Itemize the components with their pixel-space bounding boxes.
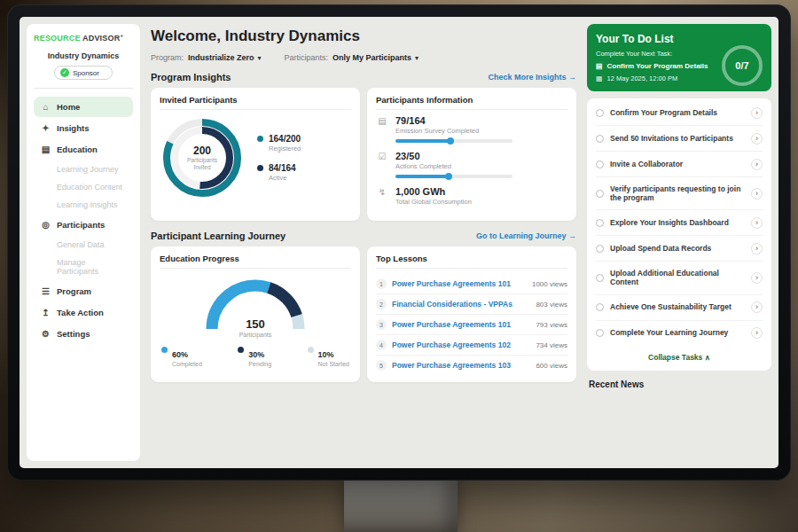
- legend-dot: [257, 165, 263, 171]
- task-checkbox[interactable]: [596, 303, 604, 311]
- task-row-invite-collaborator[interactable]: Invite a Collaborator ›: [596, 152, 763, 177]
- task-row-achieve-target[interactable]: Achieve One Sustainability Target ›: [596, 295, 763, 321]
- chevron-right-icon[interactable]: ›: [751, 272, 763, 284]
- participants-icon: ◎: [41, 220, 51, 230]
- lesson-views: 803 views: [536, 301, 567, 309]
- chevron-right-icon[interactable]: ›: [751, 107, 763, 119]
- task-checkbox[interactable]: [596, 219, 604, 227]
- education-progress-card: Education Progress 150 Participants: [151, 246, 360, 382]
- actions-icon: ☑: [376, 152, 388, 161]
- todo-next-task[interactable]: ▤ Confirm Your Program Details: [596, 62, 713, 70]
- participants-value: Only My Participants: [332, 53, 411, 62]
- lesson-row: 5 Power Purchase Agreements 103 600 view…: [376, 356, 567, 375]
- legend-dot: [257, 136, 263, 142]
- task-checkbox[interactable]: [596, 274, 604, 282]
- sponsor-check-icon: ✓: [60, 68, 69, 77]
- donut-legend: 164/200 Registered 84/164 Active: [257, 134, 301, 182]
- sidebar-item-label: Settings: [57, 329, 90, 339]
- sidebar-item-settings[interactable]: ⚙ Settings: [34, 324, 133, 344]
- learning-journey-header: Participant Learning Journey Go to Learn…: [151, 231, 576, 241]
- chevron-right-icon[interactable]: ›: [751, 159, 763, 170]
- task-row-upload-educational-content[interactable]: Upload Additional Educational Content ›: [596, 262, 763, 294]
- insights-icon: ✦: [41, 123, 51, 133]
- education-icon: ▤: [41, 145, 51, 154]
- collapse-tasks-button[interactable]: Collapse Tasks ∧: [596, 346, 763, 369]
- monitor-stand: [344, 477, 458, 532]
- chevron-right-icon[interactable]: ›: [751, 301, 763, 313]
- learning-cards-row: Education Progress 150 Participants: [151, 246, 576, 382]
- education-gauge-chart: 150 Participants: [198, 274, 313, 336]
- sidebar: RESOURCE ADVISOR+ Industry Dynamics ✓ Sp…: [27, 24, 140, 461]
- sidebar-item-general-data[interactable]: General Data: [34, 236, 133, 254]
- chevron-right-icon[interactable]: ›: [751, 217, 763, 229]
- legend-item-completed: 60% Completed: [161, 345, 202, 367]
- lesson-link[interactable]: Power Purchase Agreements 103: [392, 361, 530, 370]
- sidebar-item-learning-journey[interactable]: Learning Journey: [34, 160, 133, 178]
- sidebar-item-participants[interactable]: ◎ Participants: [34, 215, 133, 235]
- task-checkbox[interactable]: [596, 160, 604, 168]
- lesson-views: 734 views: [536, 341, 567, 349]
- settings-icon: ⚙: [41, 329, 51, 339]
- task-row-upload-spend-data[interactable]: Upload Spend Data Records ›: [596, 236, 763, 262]
- task-row-complete-learning-journey[interactable]: Complete Your Learning Journey ›: [596, 321, 763, 346]
- sidebar-item-program[interactable]: ☰ Program: [34, 281, 133, 301]
- invited-donut-chart: 200 Participants Invited: [160, 115, 245, 200]
- section-title: Participant Learning Journey: [151, 231, 286, 241]
- participants-dropdown[interactable]: Participants: Only My Participants ▾: [285, 53, 419, 62]
- task-row-confirm-program[interactable]: Confirm Your Program Details ›: [596, 100, 763, 126]
- task-checkbox[interactable]: [596, 135, 604, 143]
- task-row-explore-insights[interactable]: Explore Your Insights Dashboard ›: [596, 210, 763, 236]
- lesson-link[interactable]: Power Purchase Agreements 101: [392, 279, 527, 288]
- go-to-learning-journey-link[interactable]: Go to Learning Journey →: [476, 231, 576, 240]
- program-icon: ☰: [41, 286, 51, 296]
- lesson-link[interactable]: Financial Considerations - VPPAs: [392, 300, 530, 309]
- task-checkbox[interactable]: [596, 329, 604, 337]
- sidebar-item-label: Take Action: [57, 308, 104, 317]
- participants-label: Participants:: [285, 53, 329, 62]
- main-content: Welcome, Industry Dynamics Program: Indu…: [147, 24, 580, 461]
- lesson-link[interactable]: Power Purchase Agreements 101: [392, 320, 530, 329]
- todo-column: Your To Do List Complete Your Next Task:…: [587, 24, 771, 461]
- lesson-views: 600 views: [536, 362, 567, 370]
- sidebar-item-take-action[interactable]: ↥ Take Action: [34, 302, 133, 323]
- insights-cards-row: Invited Participants 200 Partic: [151, 88, 576, 221]
- sidebar-item-manage-participants[interactable]: Manage Participants: [34, 254, 133, 280]
- task-checkbox[interactable]: [596, 245, 604, 253]
- task-row-verify-participants[interactable]: Verify participants requesting to join t…: [596, 177, 763, 210]
- gauge-center-value: 150: [246, 317, 265, 331]
- lesson-views: 793 views: [536, 321, 567, 329]
- task-checkbox[interactable]: [596, 109, 604, 117]
- lesson-views: 1000 views: [532, 280, 567, 288]
- todo-summary-card: Your To Do List Complete Your Next Task:…: [587, 24, 771, 91]
- program-dropdown[interactable]: Program: Industrialize Zero ▾: [151, 53, 262, 62]
- brand-primary: RESOURCE: [34, 34, 81, 43]
- sidebar-item-insights[interactable]: ✦ Insights: [34, 118, 133, 138]
- lesson-rank: 5: [376, 360, 387, 371]
- chevron-right-icon[interactable]: ›: [751, 133, 763, 145]
- donut-center-label: Participants Invited: [182, 157, 223, 171]
- arrow-right-icon: →: [568, 73, 576, 82]
- take-action-icon: ↥: [41, 308, 51, 317]
- survey-icon: ▤: [376, 116, 388, 126]
- recent-news-heading: Recent News: [587, 379, 771, 389]
- sidebar-item-learning-insights[interactable]: Learning Insights: [34, 196, 133, 214]
- chevron-right-icon[interactable]: ›: [751, 188, 763, 200]
- sidebar-item-education[interactable]: ▤ Education: [34, 139, 133, 160]
- chevron-right-icon[interactable]: ›: [751, 243, 763, 254]
- collapse-icon: ∧: [705, 353, 710, 362]
- sponsor-badge[interactable]: ✓ Sponsor: [54, 66, 113, 80]
- task-row-send-invitations[interactable]: Send 50 Invitations to Participants ›: [596, 126, 763, 152]
- doc-icon: ▤: [596, 62, 603, 70]
- task-checkbox[interactable]: [596, 190, 604, 198]
- check-more-insights-link[interactable]: Check More Insights →: [488, 73, 576, 82]
- legend-dot: [238, 347, 244, 353]
- chevron-right-icon[interactable]: ›: [751, 327, 763, 339]
- lesson-link[interactable]: Power Purchase Agreements 102: [392, 340, 530, 349]
- sidebar-item-home[interactable]: ⌂ Home: [34, 97, 133, 117]
- chevron-down-icon: ▾: [415, 54, 419, 62]
- sidebar-item-education-content[interactable]: Education Content: [34, 178, 133, 196]
- legend-item-not-started: 10% Not Started: [308, 345, 349, 367]
- dashboard-screen: RESOURCE ADVISOR+ Industry Dynamics ✓ Sp…: [20, 17, 778, 468]
- lesson-rank: 4: [376, 340, 387, 350]
- lesson-row: 1 Power Purchase Agreements 101 1000 vie…: [376, 274, 567, 294]
